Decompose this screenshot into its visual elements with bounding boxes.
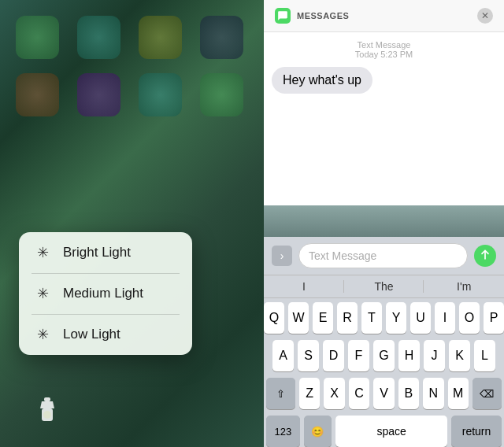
app-icon[interactable]	[77, 73, 120, 116]
key-f[interactable]: F	[348, 340, 369, 371]
key-h[interactable]: H	[398, 340, 420, 371]
key-r[interactable]: R	[337, 302, 358, 334]
message-time: Today 5:23 PM	[272, 50, 496, 59]
space-key[interactable]: space	[335, 416, 447, 447]
blur-area	[264, 205, 504, 237]
input-placeholder: Text Message	[309, 249, 376, 262]
key-y[interactable]: Y	[386, 302, 406, 334]
svg-point-3	[43, 411, 51, 419]
key-n[interactable]: N	[423, 378, 443, 409]
low-light-icon: ✳	[33, 325, 52, 344]
key-p[interactable]: P	[484, 302, 504, 334]
svg-marker-1	[40, 401, 54, 408]
key-g[interactable]: G	[373, 340, 395, 371]
left-panel: ✳ Bright Light ✳ Medium Light ✳ Low Ligh…	[0, 0, 264, 447]
context-item-low[interactable]: ✳ Low Light	[19, 314, 192, 355]
bright-light-label: Bright Light	[63, 245, 131, 260]
low-light-label: Low Light	[63, 327, 120, 342]
message-meta: Text Message Today 5:23 PM	[272, 40, 496, 59]
suggestion-im[interactable]: I'm	[424, 275, 504, 297]
emoji-key[interactable]: 😊	[304, 416, 332, 447]
key-x[interactable]: X	[324, 378, 344, 409]
app-icon[interactable]	[16, 16, 59, 59]
message-type: Text Message	[272, 40, 496, 50]
input-bar: › Text Message	[264, 237, 504, 275]
key-o[interactable]: O	[459, 302, 480, 334]
suggestion-i[interactable]: I	[264, 275, 344, 297]
key-q[interactable]: Q	[264, 302, 284, 334]
key-t[interactable]: T	[361, 302, 382, 334]
suggestion-the[interactable]: The	[344, 275, 424, 297]
app-icon[interactable]	[139, 16, 182, 59]
app-icon[interactable]	[16, 73, 59, 116]
messages-app-icon	[275, 8, 291, 24]
keyboard-suggestions: I The I'm	[264, 275, 504, 298]
keyboard: Q W E R T Y U I O P A S D F G H J K L ⇧ …	[264, 298, 504, 447]
message-bubble: Hey what's up	[272, 67, 372, 94]
context-menu: ✳ Bright Light ✳ Medium Light ✳ Low Ligh…	[19, 232, 192, 355]
key-e[interactable]: E	[313, 302, 333, 334]
key-m[interactable]: M	[448, 378, 469, 409]
close-button[interactable]: ✕	[477, 8, 493, 24]
keyboard-row-1: Q W E R T Y U I O P	[266, 302, 502, 334]
right-panel: MESSAGES ✕ Text Message Today 5:23 PM He…	[264, 0, 504, 447]
medium-light-label: Medium Light	[63, 286, 143, 301]
messages-header: MESSAGES ✕	[264, 0, 504, 32]
shift-key[interactable]: ⇧	[266, 378, 295, 409]
flashlight-icon[interactable]	[33, 395, 61, 423]
bright-light-icon: ✳	[33, 243, 52, 262]
key-c[interactable]: C	[349, 378, 369, 409]
messages-modal: MESSAGES ✕ Text Message Today 5:23 PM He…	[264, 0, 504, 205]
message-input[interactable]: Text Message	[298, 243, 468, 268]
key-j[interactable]: J	[424, 340, 445, 371]
key-u[interactable]: U	[410, 302, 431, 334]
keyboard-row-4: 123 😊 space return	[266, 416, 502, 447]
app-icon[interactable]	[200, 16, 243, 59]
key-l[interactable]: L	[474, 340, 495, 371]
key-z[interactable]: Z	[299, 378, 320, 409]
key-b[interactable]: B	[398, 378, 419, 409]
numbers-key[interactable]: 123	[266, 416, 300, 447]
app-icon[interactable]	[77, 16, 120, 59]
medium-light-icon: ✳	[33, 284, 52, 303]
keyboard-row-3: ⇧ Z X C V B N M ⌫	[266, 378, 502, 409]
key-a[interactable]: A	[272, 340, 294, 371]
delete-key[interactable]: ⌫	[472, 378, 502, 409]
app-grid	[16, 16, 247, 116]
key-i[interactable]: I	[435, 302, 455, 334]
messages-body: Text Message Today 5:23 PM Hey what's up	[264, 32, 504, 205]
key-w[interactable]: W	[288, 302, 309, 334]
svg-rect-0	[44, 397, 50, 401]
expand-button[interactable]: ›	[272, 246, 292, 266]
keyboard-row-2: A S D F G H J K L	[266, 340, 502, 371]
send-button[interactable]	[474, 245, 496, 267]
context-item-bright[interactable]: ✳ Bright Light	[19, 232, 192, 273]
app-icon[interactable]	[139, 73, 182, 116]
key-s[interactable]: S	[298, 340, 319, 371]
return-key[interactable]: return	[451, 416, 502, 447]
key-k[interactable]: K	[449, 340, 470, 371]
messages-title: MESSAGES	[297, 11, 477, 20]
app-icon[interactable]	[200, 73, 243, 116]
key-v[interactable]: V	[373, 378, 394, 409]
key-d[interactable]: D	[323, 340, 344, 371]
context-item-medium[interactable]: ✳ Medium Light	[19, 273, 192, 314]
